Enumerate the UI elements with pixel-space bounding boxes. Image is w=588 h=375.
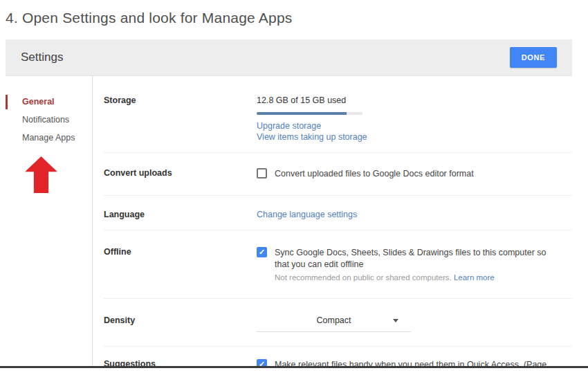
dialog-body: General Notifications Manage Apps Storag… bbox=[6, 76, 572, 367]
bottom-border-line bbox=[0, 366, 588, 368]
active-indicator bbox=[6, 95, 8, 109]
change-language-link[interactable]: Change language settings bbox=[257, 210, 572, 221]
sidebar-item-label: Notifications bbox=[22, 115, 69, 125]
dialog-header: Settings DONE bbox=[6, 39, 572, 76]
convert-uploads-label: Convert uploads bbox=[104, 168, 257, 180]
density-label: Density bbox=[104, 315, 257, 332]
density-dropdown[interactable]: Compact bbox=[257, 315, 411, 332]
storage-usage-text: 12.8 GB of 15 GB used bbox=[257, 95, 572, 105]
density-selected-value: Compact bbox=[316, 315, 351, 325]
sidebar-item-manage-apps[interactable]: Manage Apps bbox=[6, 129, 92, 147]
page: 4. Open Settings and look for Manage App… bbox=[0, 0, 588, 375]
chevron-down-icon bbox=[393, 319, 398, 322]
sidebar-item-notifications[interactable]: Notifications bbox=[6, 111, 92, 129]
density-row: Density Compact bbox=[104, 298, 572, 346]
convert-uploads-checkbox[interactable] bbox=[257, 168, 267, 179]
sidebar: General Notifications Manage Apps bbox=[6, 76, 93, 367]
language-label: Language bbox=[104, 210, 257, 221]
sidebar-item-general[interactable]: General bbox=[6, 93, 92, 111]
offline-row: Offline Sync Google Docs, Sheets, Slides… bbox=[104, 230, 572, 298]
view-items-taking-storage-link[interactable]: View items taking up storage bbox=[257, 132, 572, 143]
storage-row: Storage 12.8 GB of 15 GB used Upgrade st… bbox=[104, 76, 572, 152]
storage-progress-bar bbox=[257, 112, 362, 115]
offline-note-text: Not recommended on public or shared comp… bbox=[275, 273, 452, 282]
offline-label: Offline bbox=[104, 247, 257, 283]
dialog-title: Settings bbox=[21, 51, 63, 64]
storage-progress-fill bbox=[257, 112, 347, 115]
settings-dialog: Settings DONE General Notifications Mana… bbox=[6, 39, 572, 367]
learn-more-link[interactable]: Learn more bbox=[454, 273, 495, 282]
done-button[interactable]: DONE bbox=[510, 47, 557, 68]
storage-label: Storage bbox=[104, 95, 257, 143]
language-row: Language Change language settings bbox=[104, 195, 572, 230]
settings-main: Storage 12.8 GB of 15 GB used Upgrade st… bbox=[93, 76, 572, 367]
convert-uploads-row: Convert uploads Convert uploaded files t… bbox=[104, 152, 572, 195]
sidebar-item-label: General bbox=[22, 97, 55, 107]
upgrade-storage-link[interactable]: Upgrade storage bbox=[257, 121, 572, 132]
offline-note: Not recommended on public or shared comp… bbox=[275, 272, 551, 283]
tutorial-caption: 4. Open Settings and look for Manage App… bbox=[6, 10, 292, 26]
sidebar-item-label: Manage Apps bbox=[22, 133, 75, 143]
convert-uploads-text: Convert uploaded files to Google Docs ed… bbox=[275, 168, 474, 180]
red-arrow-up-icon bbox=[25, 156, 57, 193]
offline-sync-checkbox[interactable] bbox=[257, 247, 267, 257]
offline-sync-text: Sync Google Docs, Sheets, Slides & Drawi… bbox=[275, 247, 551, 270]
suggestions-row: Suggestions Make relevant files handy wh… bbox=[104, 346, 572, 367]
